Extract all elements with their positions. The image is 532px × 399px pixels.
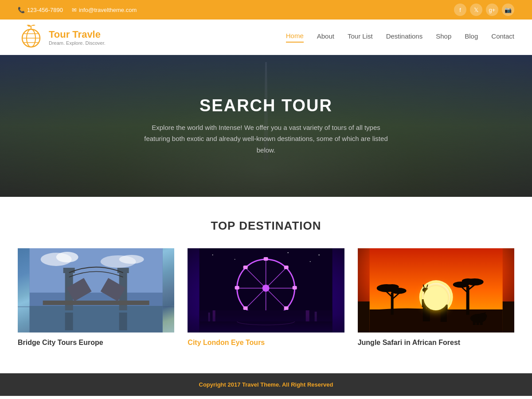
- svg-rect-44: [200, 319, 332, 332]
- nav-contact[interactable]: Contact: [491, 32, 514, 42]
- hero-content: SEARCH TOUR Explore the world with Inten…: [142, 96, 390, 156]
- svg-rect-74: [440, 309, 443, 322]
- svg-rect-85: [480, 321, 482, 325]
- email-info: ✉ info@traveltheme.com: [72, 7, 137, 13]
- destination-card-3[interactable]: Jungle Safari in African Forest: [358, 248, 514, 347]
- contact-info: 📞 123-456-7890 ✉ info@traveltheme.com: [18, 7, 137, 13]
- svg-point-9: [56, 252, 78, 262]
- destination-title-1: Bridge City Tours Europe: [18, 339, 174, 347]
- phone-icon: 📞: [18, 7, 25, 13]
- svg-rect-75: [443, 309, 446, 322]
- footer-brand[interactable]: Travel Theme.: [242, 381, 281, 388]
- svg-point-41: [262, 285, 270, 292]
- hero-title: SEARCH TOUR: [142, 96, 390, 115]
- svg-rect-40: [243, 306, 248, 310]
- london-svg: [188, 248, 344, 332]
- brand-name: Tour Travle: [49, 29, 106, 40]
- svg-rect-68: [426, 306, 430, 321]
- safari-svg: [358, 248, 514, 332]
- email-address: info@traveltheme.com: [79, 7, 137, 13]
- svg-rect-12: [30, 306, 163, 332]
- svg-rect-46: [200, 310, 332, 321]
- svg-rect-48: [213, 310, 215, 321]
- destination-image-safari: [358, 248, 514, 332]
- svg-point-24: [235, 259, 235, 260]
- destination-title-3: Jungle Safari in African Forest: [358, 339, 514, 347]
- svg-rect-37: [243, 266, 248, 269]
- svg-rect-49: [306, 310, 309, 321]
- svg-rect-50: [315, 312, 317, 321]
- instagram-icon[interactable]: 📷: [502, 4, 514, 16]
- main-content: TOP DESTINATION: [0, 197, 532, 373]
- section-title: TOP DESTINATION: [18, 219, 514, 233]
- google-plus-icon[interactable]: g+: [486, 4, 498, 16]
- svg-rect-47: [208, 313, 210, 321]
- svg-rect-34: [264, 316, 268, 319]
- facebook-icon[interactable]: f: [454, 4, 466, 16]
- svg-rect-39: [284, 266, 289, 269]
- svg-point-82: [478, 313, 487, 319]
- destination-image-london: [188, 248, 344, 332]
- svg-rect-21: [119, 313, 127, 330]
- nav-shop[interactable]: Shop: [436, 32, 451, 42]
- site-footer: Copyright 2017 Travel Theme. All Right R…: [0, 373, 532, 396]
- phone-number: 123-456-7890: [27, 7, 63, 13]
- svg-rect-35: [235, 286, 239, 289]
- nav-destinations[interactable]: Destinations: [386, 32, 423, 42]
- twitter-icon[interactable]: 𝕏: [470, 4, 482, 16]
- destination-title-2: City London Eye Tours: [188, 339, 344, 347]
- svg-point-25: [288, 252, 289, 253]
- social-links: f 𝕏 g+ 📷: [454, 4, 514, 16]
- svg-rect-77: [441, 298, 443, 305]
- svg-line-80: [443, 293, 444, 296]
- destinations-grid: Bridge City Tours Europe: [18, 248, 514, 347]
- svg-line-79: [440, 293, 441, 296]
- svg-point-23: [212, 254, 213, 255]
- svg-rect-69: [422, 299, 430, 307]
- destination-card-1[interactable]: Bridge City Tours Europe: [18, 248, 174, 347]
- svg-point-27: [318, 254, 320, 256]
- hero-description: Explore the world with Intense! We offer…: [142, 122, 390, 156]
- nav-blog[interactable]: Blog: [465, 32, 478, 42]
- nav-home[interactable]: Home: [286, 32, 304, 43]
- svg-line-42: [244, 317, 266, 330]
- svg-point-71: [422, 288, 428, 292]
- site-header: Tour Travle Dream. Explore. Discover. Ho…: [0, 20, 532, 55]
- destination-card-2[interactable]: City London Eye Tours: [188, 248, 344, 347]
- svg-point-78: [439, 296, 445, 299]
- brand-tagline: Dream. Explore. Discover.: [49, 40, 106, 46]
- svg-rect-36: [293, 286, 297, 289]
- phone-info: 📞 123-456-7890: [18, 7, 63, 13]
- svg-point-60: [385, 284, 399, 289]
- svg-rect-76: [439, 305, 447, 311]
- svg-point-26: [310, 261, 311, 262]
- destination-image-bridge: [18, 248, 174, 332]
- svg-point-66: [462, 278, 474, 284]
- svg-rect-67: [422, 306, 426, 321]
- svg-rect-83: [473, 321, 475, 325]
- top-bar: 📞 123-456-7890 ✉ info@traveltheme.com f …: [0, 0, 532, 20]
- svg-line-43: [266, 317, 288, 330]
- svg-rect-20: [65, 313, 73, 330]
- main-nav: Home About Tour List Destinations Shop B…: [286, 32, 514, 43]
- logo-icon: [18, 24, 44, 51]
- svg-point-45: [237, 318, 295, 325]
- logo-text: Tour Travle Dream. Explore. Discover.: [49, 29, 106, 46]
- svg-rect-33: [264, 257, 268, 261]
- svg-point-11: [119, 255, 144, 264]
- svg-rect-84: [476, 321, 479, 325]
- hero-section: SEARCH TOUR Explore the world with Inten…: [0, 55, 532, 197]
- svg-rect-38: [284, 306, 289, 310]
- logo[interactable]: Tour Travle Dream. Explore. Discover.: [18, 24, 106, 51]
- nav-about[interactable]: About: [317, 32, 334, 42]
- nav-tour-list[interactable]: Tour List: [348, 32, 373, 42]
- copyright-text: Copyright 2017 Travel Theme. All Right R…: [199, 381, 333, 388]
- bridge-svg: [18, 248, 174, 332]
- email-icon: ✉: [72, 7, 77, 13]
- svg-rect-17: [43, 301, 149, 305]
